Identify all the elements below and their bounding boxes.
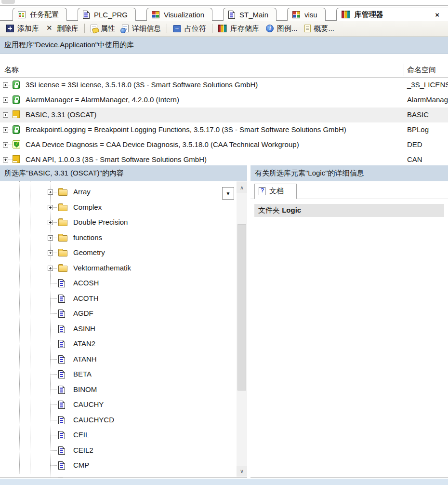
tree-item[interactable]: CEIL2	[0, 443, 247, 458]
toolbar-button[interactable]: 概要...	[301, 23, 338, 35]
column-header-namespace[interactable]: 命名空间	[407, 66, 436, 75]
tree-item[interactable]: BETA	[0, 367, 247, 382]
tree-item[interactable]: CAUCHYCD	[0, 413, 247, 428]
tree-item[interactable]: AGDF	[0, 306, 247, 322]
toolbar-entry: 占位符	[170, 23, 210, 35]
expand-icon[interactable]	[3, 127, 8, 133]
library-row[interactable]: CAA Device Diagnosis = CAA Device Diagno…	[0, 137, 448, 152]
tree-item[interactable]: ACOTH	[0, 291, 247, 307]
library-row[interactable]: BASIC, 3.31 (OSCAT) BASIC	[0, 108, 448, 122]
document-tab[interactable]: 任务配置	[13, 8, 67, 21]
tab-documentation[interactable]: 文档	[254, 184, 297, 199]
expand-icon[interactable]	[3, 157, 8, 162]
tree-item-icon	[58, 205, 67, 211]
toolbar-button-icon	[173, 25, 181, 32]
document-tab[interactable]: visu	[287, 8, 326, 21]
toolbar-button-icon	[6, 25, 14, 32]
status-strip	[0, 478, 448, 485]
close-icon[interactable]: ×	[435, 11, 440, 19]
library-row[interactable]: AlarmManager = AlarmManager, 4.2.0.0 (In…	[0, 93, 448, 108]
tree-item[interactable]: Array	[0, 185, 247, 200]
tree-item[interactable]: ACOSH	[0, 276, 247, 291]
library-name: CAA Device Diagnosis = CAA Device Diagno…	[26, 140, 299, 148]
tree-item[interactable]: ATAN2	[0, 337, 247, 352]
tree-item-label: ATANH	[73, 355, 97, 363]
expand-icon[interactable]	[48, 220, 53, 225]
toolbar-button[interactable]: 添加库	[3, 23, 42, 35]
contents-pane-header: 所选库"BASIC, 3.31 (OSCAT)"的内容	[0, 165, 247, 181]
tree-item-label: Geometry	[73, 248, 105, 256]
tree-item[interactable]: Geometry	[0, 245, 247, 261]
tree-item[interactable]: ASINH	[0, 322, 247, 337]
toolbar-button[interactable]: 删除库	[42, 23, 82, 35]
expand-icon[interactable]	[48, 250, 53, 256]
toolbar-button[interactable]: 库存储库	[215, 23, 263, 35]
document-tab[interactable]: 库管理器 ×	[336, 8, 448, 21]
tree-item[interactable]	[0, 473, 247, 478]
tree-item-icon	[58, 235, 67, 242]
toolbar-button-icon	[46, 25, 53, 32]
document-tab[interactable]: PLC_PRG	[78, 8, 136, 21]
tree-item-icon	[58, 250, 67, 256]
row-connector	[8, 85, 13, 85]
expand-icon[interactable]	[48, 205, 53, 210]
library-namespace: BPLog	[407, 125, 429, 134]
tab-label: 任务配置	[30, 10, 59, 19]
toolbar-separator	[84, 24, 85, 33]
toolbar-button[interactable]: 图例...	[263, 23, 301, 35]
toolbar-button-label: 详细信息	[132, 24, 161, 33]
tree-item[interactable]: Complex	[0, 200, 247, 216]
row-connector	[8, 115, 13, 115]
details-pane-header: 有关所选库元素"Logic"的详细信息	[250, 165, 448, 181]
top-strip	[0, 0, 448, 6]
expand-icon[interactable]	[3, 82, 8, 88]
tree-item-label: Vektormathematik	[73, 264, 131, 272]
expand-icon[interactable]	[48, 189, 53, 195]
toolbar-button-label: 占位符	[184, 24, 206, 33]
scrollbar-thumb[interactable]	[237, 224, 246, 391]
chevron-down-icon[interactable]: ▼	[222, 187, 234, 200]
column-divider	[404, 64, 404, 76]
tree-item[interactable]: CMP	[0, 458, 247, 473]
column-header-name[interactable]: 名称	[4, 66, 19, 75]
expand-icon[interactable]	[3, 142, 8, 148]
tab-documentation-label: 文档	[269, 187, 284, 196]
toolbar-button-icon	[91, 25, 97, 32]
expand-icon[interactable]	[48, 266, 53, 271]
document-tab[interactable]: Visualization	[146, 8, 212, 21]
doc-question-icon	[259, 187, 265, 195]
scroll-down-icon[interactable]: ∨	[237, 466, 247, 476]
expand-icon[interactable]	[48, 235, 53, 241]
row-connector	[8, 160, 13, 160]
expand-icon[interactable]	[3, 112, 8, 118]
library-row[interactable]: BreakpointLogging = Breakpoint Logging F…	[0, 122, 448, 137]
scroll-fragment	[1, 0, 15, 4]
details-tabbar: 文档	[250, 181, 448, 199]
tree-item[interactable]: Double Precision	[0, 215, 247, 230]
library-table: 3SLicense = 3SLicense, 3.5.18.0 (3S - Sm…	[0, 78, 448, 165]
library-toolbar: 添加库 删除库 属性 详细信息	[0, 21, 448, 37]
document-tab[interactable]: ST_Main	[223, 8, 277, 21]
toolbar-button-label: 图例...	[277, 24, 298, 33]
tree-item[interactable]: ATANH	[0, 352, 247, 367]
library-row[interactable]: CAN API, 1.0.0.3 (3S - Smart Software So…	[0, 152, 448, 165]
tree-item-icon	[58, 477, 65, 478]
tree-item[interactable]: functions	[0, 230, 247, 246]
tree-item[interactable]: BINOM	[0, 382, 247, 398]
library-row[interactable]: 3SLicense = 3SLicense, 3.5.18.0 (3S - Sm…	[0, 78, 448, 93]
library-name: CAN API, 1.0.0.3 (3S - Smart Software So…	[26, 155, 207, 163]
tree-item[interactable]: CEIL	[0, 428, 247, 443]
tree-item[interactable]: CAUCHY	[0, 397, 247, 413]
expand-icon[interactable]	[3, 97, 8, 103]
toolbar-button[interactable]: 占位符	[170, 23, 210, 35]
vertical-scrollbar[interactable]: ∧ ∨	[237, 181, 247, 477]
library-type-icon	[13, 110, 20, 118]
library-type-icon	[13, 125, 20, 134]
scroll-up-icon[interactable]: ∧	[237, 182, 247, 193]
tree-item-icon	[58, 220, 67, 226]
toolbar-button[interactable]: 属性	[87, 23, 119, 35]
toolbar-button[interactable]: 详细信息	[119, 23, 164, 35]
tab-icon	[152, 11, 159, 18]
tree-item[interactable]: Vektormathematik	[0, 261, 247, 276]
toolbar-entry: 库存储库	[215, 23, 263, 35]
